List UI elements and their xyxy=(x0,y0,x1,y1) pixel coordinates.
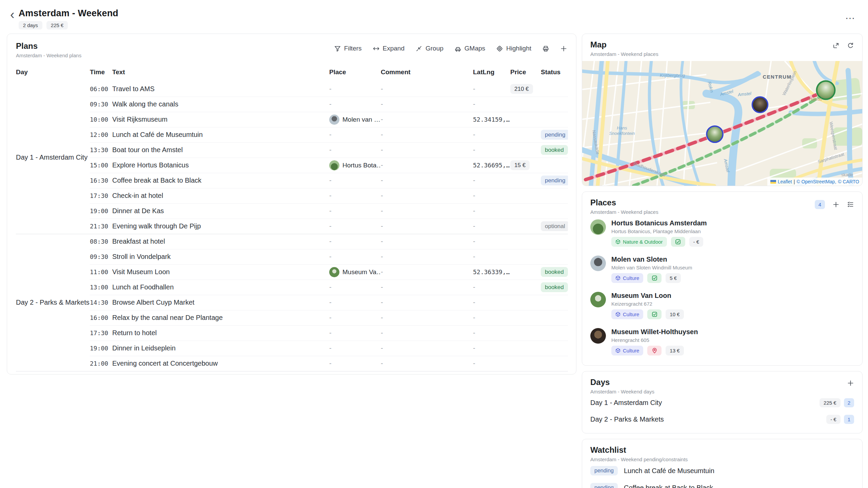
place-item[interactable]: Molen van Sloten Molen van Sloten Windmi… xyxy=(590,251,854,287)
add-place-button[interactable] xyxy=(832,201,840,208)
map-marker-willet[interactable] xyxy=(751,96,769,114)
place-address: Keizersgracht 672 xyxy=(611,301,684,307)
table-row[interactable]: 09:30Stroll in Vondelpark--- xyxy=(16,249,568,264)
plan-comment: - xyxy=(381,203,473,219)
location-badge[interactable] xyxy=(647,346,662,355)
empty-value: - xyxy=(473,192,475,199)
carto-link[interactable]: © CARTO xyxy=(838,179,859,184)
table-row[interactable]: 16:30Coffee break at Back to Black---pen… xyxy=(16,173,568,188)
plan-price xyxy=(510,325,541,341)
table-row[interactable]: 21:00Evening concert at Concertgebouw--- xyxy=(16,356,568,371)
empty-value: - xyxy=(329,314,332,321)
empty-value: - xyxy=(381,192,383,199)
table-row[interactable]: 12:00Lunch at Café de Museumtuin---pendi… xyxy=(16,127,568,142)
table-row[interactable]: 17:30Return to hotel--- xyxy=(16,325,568,341)
plan-place: - xyxy=(329,203,381,219)
latlng-value: 52.36339,… xyxy=(473,268,510,276)
plan-place: - xyxy=(329,188,381,203)
map-panel: Map Amsterdam - Weekend places xyxy=(582,34,863,186)
map-refresh-button[interactable] xyxy=(847,42,854,49)
watchlist-item-text: Coffee break at Back to Black xyxy=(624,484,713,488)
day-list-item[interactable]: Day 2 - Parks & Markets - € 1 xyxy=(590,411,854,428)
plan-price xyxy=(510,188,541,203)
plan-text: Visit Rijksmuseum xyxy=(112,112,329,127)
plan-time: 19:00 xyxy=(90,341,112,356)
empty-value: - xyxy=(473,283,475,291)
places-subtitle: Amsterdam - Weekend places xyxy=(590,209,658,215)
table-row[interactable]: 13:00Lunch at Foodhallen---booked xyxy=(16,280,568,295)
watchlist-item[interactable]: pending Lunch at Café de Museumtuin xyxy=(590,462,854,479)
map-pin-icon xyxy=(652,348,657,353)
watchlist-panel: Watchlist Amsterdam - Weekend pending/co… xyxy=(582,439,863,488)
add-day-button[interactable] xyxy=(847,380,854,387)
table-row[interactable]: 17:30Check-in at hotel--- xyxy=(16,188,568,203)
places-list-button[interactable] xyxy=(847,201,854,208)
table-row[interactable]: 21:30Evening walk through De Pijp---opti… xyxy=(16,219,568,234)
empty-value: - xyxy=(381,116,383,123)
cube-icon xyxy=(615,276,620,281)
plan-place: - xyxy=(329,356,381,371)
overflow-menu-icon[interactable]: … xyxy=(845,8,855,19)
table-row[interactable]: 14:30Browse Albert Cuyp Market--- xyxy=(16,295,568,310)
place-address: Molen van Sloten Windmill Museum xyxy=(611,265,692,270)
empty-value: - xyxy=(329,177,332,184)
category-label: Nature & Outdoor xyxy=(623,239,663,245)
osm-link[interactable]: © OpenStreetMap, xyxy=(796,179,836,184)
map-marker-vanloon[interactable] xyxy=(706,125,724,143)
table-row[interactable]: 13:30Boat tour on the Amstel---booked xyxy=(16,142,568,158)
place-item[interactable]: Museum Van Loon Keizersgracht 672 Cultur… xyxy=(590,287,854,324)
table-row[interactable]: 16:00Relax by the canal near De Plantage… xyxy=(16,310,568,325)
watchlist-item[interactable]: pending Coffee break at Back to Black xyxy=(590,479,854,488)
table-row[interactable]: 15:00Explore Hortus BotanicusHortus Bota… xyxy=(16,158,568,173)
leaflet-link[interactable]: Leaflet xyxy=(778,179,792,184)
table-row[interactable]: 19:00Dinner in Leidseplein--- xyxy=(16,341,568,356)
plans-subtitle: Amsterdam - Weekend plans xyxy=(16,53,81,58)
table-row[interactable]: 10:00Visit RijksmuseumMolen van …-52.341… xyxy=(16,112,568,127)
plan-latlng: 52.36695,… xyxy=(473,158,510,173)
expand-button[interactable]: Expand xyxy=(373,45,405,52)
day-count-badge: 1 xyxy=(844,415,854,424)
page-title: Amsterdam - Weekend xyxy=(19,8,118,19)
table-row[interactable]: Day 1 - Amsterdam City06:00Travel to AMS… xyxy=(16,81,568,97)
table-row[interactable]: Day 2 - Parks & Markets08:30Breakfast at… xyxy=(16,234,568,249)
visited-badge[interactable] xyxy=(647,273,662,283)
empty-value: - xyxy=(473,177,475,184)
place-item[interactable]: Museum Willet-Holthuysen Herengracht 605… xyxy=(590,324,854,360)
filters-button[interactable]: Filters xyxy=(334,45,362,52)
plan-time: 10:00 xyxy=(90,112,112,127)
plans-toolbar: Filters Expand Group GMaps Highlight xyxy=(334,41,567,52)
place-address: Hortus Botanicus, Plantage Middenlaan xyxy=(611,228,707,234)
place-price-badge: 5 € xyxy=(666,273,681,283)
group-button[interactable]: Group xyxy=(415,45,443,52)
map-viewport[interactable]: Krijtbergbrug Rokin Amstel Amstel CENTRU… xyxy=(582,61,862,186)
plan-latlng: - xyxy=(473,203,510,219)
table-row[interactable]: 11:00Visit Museum LoonMuseum Va…-52.3633… xyxy=(16,264,568,280)
map-canvas[interactable]: Krijtbergbrug Rokin Amstel Amstel CENTRU… xyxy=(582,61,862,186)
filters-label: Filters xyxy=(344,45,362,52)
places-title: Places xyxy=(590,198,658,207)
plan-text: Walk along the canals xyxy=(112,97,329,112)
print-button[interactable] xyxy=(542,45,549,52)
col-place: Place xyxy=(329,66,381,81)
gmaps-button[interactable]: GMaps xyxy=(454,45,485,52)
visited-badge[interactable] xyxy=(671,237,685,247)
empty-value: - xyxy=(381,85,383,93)
visited-badge[interactable] xyxy=(647,309,662,319)
plan-latlng: - xyxy=(473,249,510,264)
day-list-item[interactable]: Day 1 - Amsterdam City 225 € 2 xyxy=(590,394,854,411)
place-name: Museum Va… xyxy=(342,268,381,276)
plan-price xyxy=(510,341,541,356)
map-fullscreen-button[interactable] xyxy=(832,42,840,49)
table-row[interactable]: 09:30Walk along the canals--- xyxy=(16,97,568,112)
highlight-button[interactable]: Highlight xyxy=(496,45,531,52)
add-plan-button[interactable] xyxy=(560,45,567,52)
place-item[interactable]: Hortus Botanicus Amsterdam Hortus Botani… xyxy=(590,215,854,251)
plan-time: 17:30 xyxy=(90,188,112,203)
plan-place: - xyxy=(329,97,381,112)
highlight-label: Highlight xyxy=(506,45,531,52)
back-icon[interactable]: ‹ xyxy=(10,9,15,20)
table-row[interactable]: 19:00Dinner at De Kas--- xyxy=(16,203,568,219)
plans-panel: Plans Amsterdam - Weekend plans Filters … xyxy=(7,34,576,374)
plan-comment: - xyxy=(381,249,473,264)
places-panel: Places Amsterdam - Weekend places 4 Hort xyxy=(582,191,863,366)
